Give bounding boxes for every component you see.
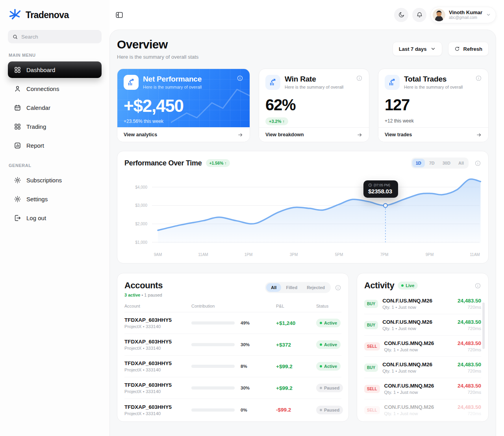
sidebar-item-calendar[interactable]: Calendar bbox=[8, 99, 102, 116]
table-row[interactable]: TFDXAP_603HHY5 ProjectX • 333140 8% +$99… bbox=[124, 356, 341, 377]
range-tab-30d[interactable]: 30D bbox=[439, 159, 454, 167]
stat-delta: +23.56% this week bbox=[124, 119, 243, 124]
refresh-button[interactable]: Refresh bbox=[448, 42, 489, 56]
calendar-icon bbox=[14, 104, 21, 111]
filter-all[interactable]: All bbox=[266, 283, 281, 292]
info-icon[interactable] bbox=[335, 284, 341, 291]
view-breakdown-link[interactable]: View breakdown bbox=[259, 127, 369, 142]
panel-collapse-icon bbox=[115, 11, 124, 19]
contribution-progress-bar bbox=[191, 408, 235, 412]
contribution-percent: 30% bbox=[241, 386, 250, 390]
range-tab-1d[interactable]: 1D bbox=[412, 159, 425, 167]
tradenova-logo-icon bbox=[8, 8, 22, 22]
account-subtext: ProjectX • 333140 bbox=[124, 346, 191, 351]
user-name: Vinoth Kumar bbox=[449, 10, 482, 16]
list-item[interactable]: SELL CON.F.US.MNQ.M26 Qty. 1 • Just now … bbox=[364, 378, 481, 399]
date-range-select[interactable]: Last 7 days bbox=[393, 42, 442, 56]
svg-text:3PM: 3PM bbox=[290, 252, 298, 257]
sidebar-item-report[interactable]: Report bbox=[8, 137, 102, 154]
contribution-percent: 8% bbox=[241, 364, 247, 369]
contribution-percent: 0% bbox=[241, 408, 247, 412]
status-badge: Paused bbox=[316, 384, 343, 392]
user-menu[interactable]: Vinoth Kumar abc@gmail.com bbox=[430, 7, 496, 23]
view-analytics-link[interactable]: View analytics bbox=[117, 127, 250, 142]
trade-latency: 720ms bbox=[458, 347, 481, 352]
stat-value: 127 bbox=[385, 96, 482, 114]
notifications-button[interactable] bbox=[412, 8, 426, 22]
trade-symbol: CON.F.US.MNQ.M26 bbox=[382, 362, 432, 367]
account-name: TFDXAP_603HHY5 bbox=[124, 382, 191, 388]
account-subtext: ProjectX • 333140 bbox=[124, 411, 191, 416]
contribution-progress-bar bbox=[191, 386, 235, 390]
status-dot-icon bbox=[320, 365, 322, 367]
list-item[interactable]: BUY CON.F.US.MNQ.M26 Qty. 1 • Just now 2… bbox=[364, 314, 481, 336]
trade-side-badge: SELL bbox=[364, 342, 380, 351]
moon-icon bbox=[398, 11, 405, 18]
sidebar-item-subscriptions[interactable]: Subscriptions bbox=[8, 172, 102, 188]
contribution-percent: 30% bbox=[241, 342, 250, 347]
trade-symbol: CON.F.US.MNQ.M26 bbox=[384, 383, 434, 389]
sidebar: Tradenova MAIN MENU Dashboard Connection… bbox=[0, 0, 109, 436]
trade-side-badge: BUY bbox=[364, 300, 378, 308]
sidebar-item-connections[interactable]: Connections bbox=[8, 80, 102, 97]
table-row[interactable]: TFDXAP_603HHY5 ProjectX • 333140 30% +$9… bbox=[124, 377, 341, 399]
info-icon[interactable] bbox=[474, 282, 481, 289]
sidebar-item-dashboard[interactable]: Dashboard bbox=[8, 61, 102, 78]
filter-rejected[interactable]: Rejected bbox=[302, 283, 330, 292]
sidebar-collapse-button[interactable] bbox=[113, 9, 125, 21]
range-tab-all[interactable]: All bbox=[455, 159, 467, 167]
contribution-progress-bar bbox=[191, 365, 235, 368]
refresh-icon bbox=[454, 46, 460, 52]
trade-meta: Qty. 1 • Just now bbox=[384, 411, 434, 416]
filter-filled[interactable]: Filled bbox=[281, 283, 302, 292]
trade-meta: Qty. 1 • Just now bbox=[382, 326, 432, 331]
tooltip-value: $2358.03 bbox=[368, 188, 393, 195]
stat-card-net-performance: Net Performance Here is the summary of o… bbox=[117, 69, 250, 142]
bell-icon bbox=[416, 11, 423, 18]
table-row[interactable]: TFDXAP_603HHY5 ProjectX • 333140 49% +$1… bbox=[124, 312, 341, 334]
pnl-value: +$372 bbox=[276, 342, 316, 348]
trade-price: 24,483.50 bbox=[458, 383, 481, 389]
info-icon[interactable] bbox=[237, 75, 243, 82]
view-trades-link[interactable]: View trades bbox=[378, 127, 488, 142]
table-row[interactable]: TFDXAP_603HHY5 ProjectX • 333140 30% +$3… bbox=[124, 334, 341, 356]
info-icon[interactable] bbox=[474, 160, 481, 167]
stat-footer-label: View analytics bbox=[124, 132, 157, 137]
list-item[interactable]: BUY CON.F.US.MNQ.M26 Qty. 1 • Just now 2… bbox=[364, 293, 481, 314]
area-chart[interactable]: $1,000$2,000$3,000$4,0009AM11AM1PM3PM5PM… bbox=[124, 173, 481, 259]
list-item[interactable]: SELL CON.F.US.MNQ.M26 Qty. 1 • Just now … bbox=[364, 399, 481, 421]
status-dot-icon bbox=[320, 387, 322, 389]
search-box[interactable] bbox=[8, 30, 102, 43]
accounts-title: Accounts bbox=[124, 280, 163, 291]
list-item[interactable]: SELL CON.F.US.MNQ.M26 Qty. 1 • Just now … bbox=[364, 336, 481, 357]
stat-value: 62% bbox=[265, 96, 363, 114]
content-panel: Overview Here is the summary of overall … bbox=[109, 30, 496, 436]
svg-text:9AM: 9AM bbox=[154, 252, 162, 257]
user-icon bbox=[14, 85, 21, 93]
search-input[interactable] bbox=[21, 34, 97, 40]
sidebar-nav: MAIN MENU Dashboard Connections Calendar… bbox=[8, 53, 102, 226]
list-item[interactable]: BUY CON.F.US.MNQ.M26 Qty. 1 • Just now 2… bbox=[364, 357, 481, 378]
info-icon[interactable] bbox=[475, 75, 482, 82]
sidebar-item-log-out[interactable]: Log out bbox=[8, 210, 102, 226]
col-status: Status bbox=[316, 304, 341, 308]
stat-title: Win Rate bbox=[285, 75, 343, 84]
chart-tooltip: (07:05 PM) $2358.03 bbox=[363, 180, 398, 198]
table-row[interactable]: TFDXAP_603HHY5 ProjectX • 333140 0% -$99… bbox=[124, 399, 341, 421]
trade-symbol: CON.F.US.MNQ.M26 bbox=[384, 340, 434, 346]
dark-mode-button[interactable] bbox=[394, 8, 408, 22]
range-tab-7d[interactable]: 7D bbox=[426, 159, 438, 167]
accounts-card: Accounts 3 active • 1 paused All Filled … bbox=[117, 273, 349, 422]
svg-text:$4,000: $4,000 bbox=[135, 185, 147, 189]
report-chart-icon bbox=[14, 142, 21, 149]
avatar bbox=[433, 9, 445, 21]
info-icon[interactable] bbox=[356, 75, 363, 82]
sidebar-item-trading[interactable]: Trading bbox=[8, 118, 102, 135]
account-subtext: ProjectX • 333140 bbox=[124, 324, 191, 329]
svg-text:11AM: 11AM bbox=[198, 252, 208, 257]
stat-value: +$2,450 bbox=[124, 96, 243, 116]
scrollbar-thumb[interactable] bbox=[482, 302, 485, 349]
activity-list: BUY CON.F.US.MNQ.M26 Qty. 1 • Just now 2… bbox=[364, 293, 481, 421]
sidebar-item-settings[interactable]: Settings bbox=[8, 191, 102, 207]
stat-title: Net Performance bbox=[143, 75, 202, 84]
